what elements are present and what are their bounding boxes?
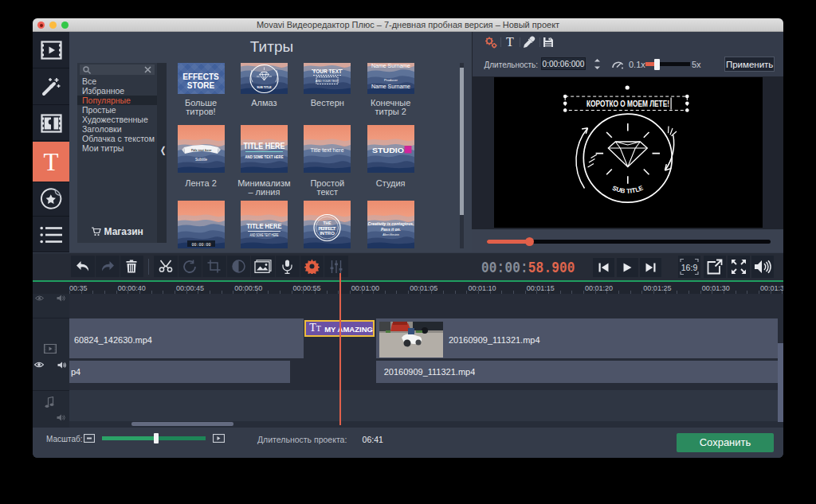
svg-text:Name Surname: Name Surname <box>371 63 410 68</box>
svg-text:TITLE HERE: TITLE HERE <box>243 142 284 150</box>
svg-text:TITLE HERE: TITLE HERE <box>246 222 281 230</box>
svg-text:Albert Einstein: Albert Einstein <box>382 233 399 236</box>
svg-text:INTRO: INTRO <box>320 231 335 236</box>
svg-text:SUB TITLE: SUB TITLE <box>257 85 272 88</box>
svg-text:PERFECT: PERFECT <box>319 226 336 231</box>
svg-text:Producer: Producer <box>384 78 398 82</box>
svg-text:Creativity is contagious.: Creativity is contagious. <box>367 221 414 226</box>
svg-text:Title text here: Title text here <box>311 147 344 153</box>
svg-text:Pass it on.: Pass it on. <box>381 227 401 232</box>
svg-text:Subtitle: Subtitle <box>194 158 207 162</box>
svg-text:THE: THE <box>324 221 332 225</box>
svg-text:Title text here: Title text here <box>190 148 212 152</box>
svg-text:КОРОТКО О МОЕМ ЛЕТЕ!: КОРОТКО О МОЕМ ЛЕТЕ! <box>586 99 669 108</box>
svg-text:SUB TITLE: SUB TITLE <box>611 184 645 194</box>
svg-text:AND YOUR TEXT: AND YOUR TEXT <box>316 80 339 83</box>
svg-text:00:00:00: 00:00:00 <box>191 243 210 248</box>
svg-text:STUDIO: STUDIO <box>372 146 404 154</box>
svg-text:AND SOME TEXT HERE: AND SOME TEXT HERE <box>245 154 283 159</box>
svg-text:AND SOME TEXT HERE: AND SOME TEXT HERE <box>249 233 278 237</box>
svg-text:Name Surname: Name Surname <box>371 84 410 89</box>
svg-text:YOUR TEXT: YOUR TEXT <box>312 68 342 74</box>
svg-text:16:9: 16:9 <box>681 263 698 272</box>
